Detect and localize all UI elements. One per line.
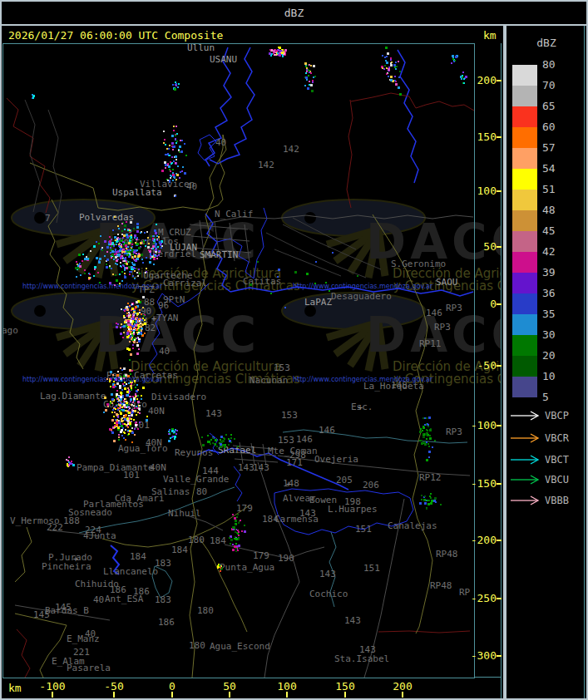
axis-label-x: 150 — [327, 680, 363, 692]
colorbar-band — [512, 190, 537, 210]
colorbar-tick-label: 45 — [542, 224, 576, 236]
axis-label-x: 100 — [269, 680, 305, 692]
colorbar-tick-label: 30 — [542, 328, 576, 340]
axis-bottom-line — [474, 677, 502, 678]
axis-tick-y — [497, 483, 502, 485]
axis-tick-x — [52, 692, 53, 698]
vbcu-arrow-icon — [509, 473, 546, 486]
axis-label-x: -100 — [34, 680, 71, 692]
arrow-legend-label: VBBB — [545, 495, 585, 506]
axis-divider-line — [501, 43, 502, 698]
timestamp-header: 2026/01/27 06:00:00 UTC Composite — [8, 29, 223, 42]
colorbar-band — [512, 210, 537, 231]
window-titlebar: dBZ — [2, 2, 586, 24]
axis-tick-y — [497, 246, 502, 248]
colorbar-band — [512, 169, 537, 190]
axis-label-y: -250 — [460, 592, 497, 604]
axis-label-y: -50 — [460, 359, 497, 371]
axis-label-y: 200 — [460, 74, 497, 86]
panel-right-border — [584, 26, 585, 698]
axis-tick-y — [497, 80, 502, 81]
axis-label-y: 100 — [460, 185, 497, 196]
colorbar-tick-label: 54 — [542, 162, 576, 174]
axis-tick-x — [229, 692, 230, 698]
axis-tick-y — [497, 598, 502, 599]
colorbar-tick-label: 35 — [542, 308, 576, 319]
colorbar-tick-label: 48 — [542, 204, 576, 215]
colorbar-tick-label: 70 — [542, 79, 576, 91]
axis-label-x: 0 — [154, 680, 190, 692]
colorbar-band — [512, 335, 537, 356]
axis-label-y: -200 — [460, 534, 497, 545]
axis-label-y: 150 — [460, 131, 497, 142]
vbbb-arrow-icon — [509, 494, 546, 507]
colorbar-band — [512, 273, 537, 293]
colorbar-tick-label: 5 — [542, 391, 576, 402]
axis-tick-x — [171, 692, 173, 698]
axis-tick-y — [497, 190, 502, 192]
colorbar-band — [512, 293, 537, 314]
arrow-legend-label: VBCT — [545, 454, 585, 466]
colorbar-tick-label: 80 — [542, 58, 576, 70]
axis-tick-y — [497, 136, 502, 138]
horizontal-axis-unit: km — [8, 682, 22, 694]
axis-label-y: -100 — [460, 419, 497, 431]
axis-tick-x — [344, 692, 346, 698]
colorbar-tick-label: 36 — [542, 287, 576, 298]
vbct-arrow-icon — [509, 453, 546, 466]
colorbar-tick-label: 65 — [542, 100, 576, 111]
arrow-legend-label: VBCP — [545, 410, 585, 421]
axis-label-y: -300 — [460, 649, 497, 661]
colorbar-band — [512, 127, 537, 148]
axis-tick-x — [402, 692, 403, 698]
colorbar-tick-label: 42 — [542, 245, 576, 257]
colorbar-tick-label: 20 — [542, 349, 576, 361]
colorbar-tick-label: 39 — [542, 266, 576, 278]
colorbar-band — [512, 86, 537, 106]
colorbar-band — [512, 314, 537, 335]
colorbar-band — [512, 252, 537, 273]
axis-label-x: -50 — [96, 680, 132, 692]
colorbar-tick-label: 60 — [542, 121, 576, 132]
axis-tick-x — [286, 692, 288, 698]
window-title: dBZ — [284, 7, 304, 19]
colorbar-tick-label: 51 — [542, 183, 576, 195]
axis-tick-y — [497, 540, 502, 541]
colorbar-tick-label: 10 — [542, 370, 576, 382]
axis-tick-y — [497, 425, 502, 426]
axis-tick-y — [497, 655, 502, 657]
vertical-axis-unit: km — [483, 29, 497, 42]
axis-tick-y — [497, 303, 502, 305]
map-border — [2, 43, 475, 678]
axis-label-y: 50 — [460, 240, 497, 252]
axis-label-y: 0 — [460, 298, 497, 309]
axis-tick-y — [497, 365, 502, 367]
colorbar-band — [512, 377, 537, 397]
colorbar-tick-label: 57 — [542, 141, 576, 153]
arrow-legend-label: VBCR — [545, 432, 585, 444]
colorbar-title: dBZ — [506, 37, 586, 49]
axis-label-y: -150 — [460, 477, 497, 489]
axis-label-x: 50 — [211, 680, 248, 692]
vbcp-arrow-icon — [509, 409, 546, 422]
colorbar-band — [512, 148, 537, 169]
colorbar-band — [512, 106, 537, 127]
colorbar-band — [512, 65, 537, 86]
colorbar-band — [512, 356, 537, 377]
axis-label-x: 200 — [384, 680, 421, 692]
arrow-legend-label: VBCU — [545, 474, 585, 486]
vbcr-arrow-icon — [509, 431, 546, 445]
axis-tick-x — [113, 692, 115, 698]
radar-app-window: dBZ 2026/01/27 06:00:00 UTC Composite km… — [0, 0, 588, 700]
colorbar-band — [512, 231, 537, 252]
